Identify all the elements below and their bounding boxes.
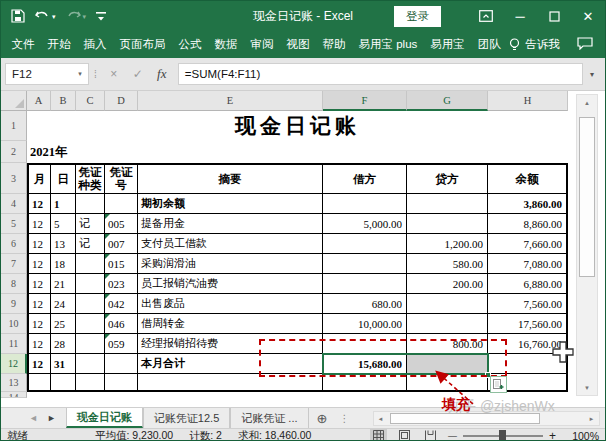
cell-F8[interactable] (323, 274, 407, 294)
ribbon-tab-易用宝 plus[interactable]: 易用宝 plus (352, 31, 424, 58)
cell-A11[interactable]: 12 (27, 334, 51, 354)
row-header-7[interactable]: 7 (1, 254, 27, 274)
cell-B6[interactable]: 13 (51, 234, 76, 254)
redo-icon[interactable]: ▾ (66, 10, 87, 22)
formula-bar-expand-icon[interactable]: ▾ (583, 70, 601, 79)
cell-D8[interactable]: 023 (105, 274, 138, 294)
sheet-tab-记账凭证 ...[interactable]: 记账凭证 ... (230, 408, 308, 428)
cell-H5[interactable]: 8,860.00 (488, 214, 568, 234)
cell-A13[interactable] (27, 374, 51, 392)
cell-F7[interactable] (323, 254, 407, 274)
year-cell[interactable]: 2021年 (27, 141, 568, 163)
cell-C11[interactable] (76, 334, 105, 354)
add-sheet-icon[interactable]: ⊕ (309, 408, 336, 428)
cell-G11[interactable]: 800.00 (407, 334, 488, 354)
ribbon-tab-易用宝[interactable]: 易用宝 (424, 31, 472, 58)
cell-C6[interactable]: 记 (76, 234, 105, 254)
cell-G5[interactable] (407, 214, 488, 234)
sheet-nav-left-icon[interactable]: ◄ (29, 413, 38, 423)
zoom-slider-thumb[interactable] (499, 430, 506, 441)
sheet-title-cell[interactable]: 现金日记账 (27, 111, 568, 141)
page-layout-view-icon[interactable] (396, 429, 413, 441)
minimize-button[interactable]: ─ (503, 1, 537, 31)
scroll-up-icon[interactable]: ▲ (577, 95, 597, 110)
cell-E9[interactable]: 出售废品 (138, 294, 323, 314)
cell-E12[interactable]: 本月合计 (138, 354, 323, 374)
cell-C13[interactable] (76, 374, 105, 392)
cell-E7[interactable]: 采购润滑油 (138, 254, 323, 274)
cell-A4[interactable]: 12 (27, 194, 51, 214)
row-header-2[interactable]: 2 (1, 141, 27, 163)
cell-B12[interactable]: 31 (51, 354, 76, 374)
cell-D12[interactable] (105, 354, 138, 374)
cell-A7[interactable]: 12 (27, 254, 51, 274)
cell-C10[interactable] (76, 314, 105, 334)
cell-H7[interactable]: 7,080.00 (488, 254, 568, 274)
zoom-out-icon[interactable]: — (448, 431, 457, 441)
column-header-F[interactable]: F (323, 91, 407, 111)
cell-G13[interactable] (407, 374, 488, 392)
cell-C7[interactable] (76, 254, 105, 274)
redo-dropdown-icon[interactable]: ▾ (83, 13, 87, 20)
cell-F6[interactable] (323, 234, 407, 254)
zoom-slider[interactable] (463, 435, 543, 437)
zoom-in-icon[interactable]: + (549, 429, 556, 441)
formula-input[interactable]: =SUM(F4:F11) (178, 63, 583, 85)
cell-A10[interactable]: 12 (27, 314, 51, 334)
cell-E6[interactable]: 支付员工借款 (138, 234, 323, 254)
undo-icon[interactable]: ▾ (35, 10, 56, 22)
row-header-1[interactable]: 1 (1, 111, 27, 141)
cell-A5[interactable]: 12 (27, 214, 51, 234)
cell-D13[interactable] (105, 374, 138, 392)
cell-C5[interactable]: 记 (76, 214, 105, 234)
cell-F13[interactable] (323, 374, 407, 392)
cell-H9[interactable]: 7,560.00 (488, 294, 568, 314)
cell-D6[interactable]: 007 (105, 234, 138, 254)
row-header-9[interactable]: 9 (1, 294, 27, 314)
cancel-icon[interactable]: × (102, 67, 126, 81)
cell-G9[interactable] (407, 294, 488, 314)
insert-function-icon[interactable]: fx (150, 66, 174, 82)
table-header-凭证种类[interactable]: 凭证种类 (76, 163, 105, 194)
cell-E4[interactable]: 期初余额 (138, 194, 323, 214)
ribbon-tab-审阅[interactable]: 审阅 (244, 31, 280, 58)
cell-H6[interactable]: 7,660.00 (488, 234, 568, 254)
column-header-D[interactable]: D (105, 91, 138, 111)
cell-E8[interactable]: 员工报销汽油费 (138, 274, 323, 294)
customize-qat-icon[interactable] (96, 11, 106, 21)
hscroll-left-icon[interactable]: ◄ (374, 416, 387, 422)
cell-C8[interactable] (76, 274, 105, 294)
cell-G7[interactable]: 580.00 (407, 254, 488, 274)
ribbon-tab-团队[interactable]: 团队 (471, 31, 507, 58)
close-button[interactable]: ✕ (571, 1, 605, 31)
namebox-dropdown-icon[interactable]: ▾ (72, 70, 88, 78)
column-header-B[interactable]: B (51, 91, 76, 111)
normal-view-icon[interactable] (370, 429, 387, 441)
row-header-8[interactable]: 8 (1, 274, 27, 294)
sheet-tab-现金日记账[interactable]: 现金日记账 (66, 408, 143, 428)
page-break-view-icon[interactable] (422, 429, 439, 441)
table-header-借方[interactable]: 借方 (323, 163, 407, 194)
cell-F11[interactable] (323, 334, 407, 354)
row-header-12[interactable]: 12 (1, 354, 27, 374)
save-icon[interactable] (11, 9, 25, 23)
scroll-down-icon[interactable]: ▼ (577, 380, 597, 395)
cell-B9[interactable]: 24 (51, 294, 76, 314)
cell-F5[interactable]: 5,000.00 (323, 214, 407, 234)
ribbon-tab-帮助[interactable]: 帮助 (316, 31, 352, 58)
row-header-4[interactable]: 4 (1, 194, 27, 214)
table-header-余额[interactable]: 余额 (488, 163, 568, 194)
name-box[interactable]: F12 ▾ (5, 63, 89, 85)
sheet-tab-记账凭证12.5[interactable]: 记账凭证12.5 (143, 408, 230, 428)
cell-D4[interactable] (105, 194, 138, 214)
cell-H4[interactable]: 3,860.00 (488, 194, 568, 214)
row-header-6[interactable]: 6 (1, 234, 27, 254)
cell-G12[interactable]: 2,780.00 (407, 354, 488, 374)
autofill-options-button[interactable] (490, 376, 507, 393)
horizontal-scrollbar[interactable]: ◄ ► (373, 411, 600, 426)
cell-B5[interactable]: 5 (51, 214, 76, 234)
row-header-10[interactable]: 10 (1, 314, 27, 334)
cell-B11[interactable]: 28 (51, 334, 76, 354)
cell-B4[interactable]: 1 (51, 194, 76, 214)
tell-me[interactable]: 告诉我 (509, 37, 560, 52)
